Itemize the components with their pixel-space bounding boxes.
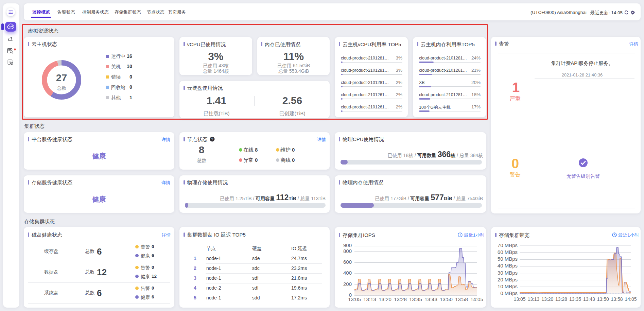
svg-text:13:43: 13:43: [583, 296, 595, 302]
svg-text:13:58: 13:58: [455, 296, 468, 302]
svg-text:50 MBps: 50 MBps: [498, 256, 518, 262]
svg-text:20 MBps: 20 MBps: [498, 277, 518, 282]
svg-text:800: 800: [343, 248, 352, 254]
svg-text:10 MBps: 10 MBps: [498, 283, 518, 289]
svg-text:900: 900: [343, 242, 352, 248]
svg-text:14:05: 14:05: [470, 296, 483, 302]
svg-text:13:28: 13:28: [394, 296, 407, 302]
svg-text:40 MBps: 40 MBps: [498, 263, 518, 269]
svg-text:13:35: 13:35: [569, 296, 581, 302]
svg-text:13:05: 13:05: [348, 296, 361, 302]
svg-text:70 MBps: 70 MBps: [498, 242, 518, 248]
svg-text:600: 600: [343, 259, 352, 265]
svg-text:13:43: 13:43: [424, 296, 437, 302]
svg-text:13:13: 13:13: [363, 296, 376, 302]
svg-text:60 MBps: 60 MBps: [498, 249, 518, 255]
svg-text:13:13: 13:13: [527, 296, 539, 302]
svg-text:?: ?: [211, 137, 213, 141]
svg-text:400: 400: [343, 270, 352, 276]
svg-text:13:05: 13:05: [514, 296, 525, 302]
svg-text:13:35: 13:35: [409, 296, 422, 302]
svg-text:13:58: 13:58: [611, 296, 623, 302]
svg-text:0 MBps: 0 MBps: [500, 290, 518, 296]
svg-text:13:20: 13:20: [541, 296, 553, 302]
svg-text:30 MBps: 30 MBps: [498, 270, 518, 276]
svg-text:13:50: 13:50: [597, 296, 609, 302]
svg-text:13:28: 13:28: [555, 296, 567, 302]
svg-text:14:05: 14:05: [625, 296, 637, 302]
svg-text:13:50: 13:50: [440, 296, 453, 302]
svg-text:200: 200: [343, 281, 352, 287]
svg-text:13:20: 13:20: [379, 296, 391, 302]
